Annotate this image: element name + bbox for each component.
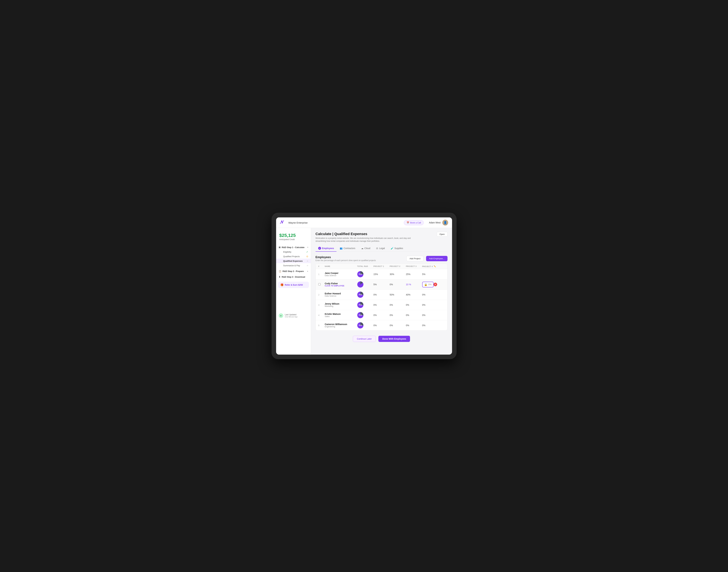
page-header: Calculate | Qualified Expenses Workcatio… — [316, 232, 448, 242]
app-header: 𝑵 Wayne Enterprise 📅 Book a Call Adam We… — [276, 217, 452, 228]
open-button[interactable]: Open — [437, 232, 448, 236]
p1-esther[interactable]: 0% — [374, 293, 390, 296]
p3-jenny[interactable]: 0% — [406, 304, 422, 306]
sidebar-item-qualified-projects[interactable]: Qualified Projects ⊙ — [276, 254, 311, 259]
table-row-esther: 2 Esther Howard Data Science 75% 0% 50% … — [316, 290, 448, 300]
col-name: NAME — [325, 265, 357, 267]
pie-chart: 75% — [357, 271, 363, 277]
calculator-icon: ⊞ — [279, 246, 280, 248]
employee-name-jenny: Jenny Wilson — [325, 302, 357, 305]
gift-icon: 🎁 — [280, 283, 284, 286]
employee-dept-jenny: Marketing — [325, 305, 357, 307]
pie-chart-cameron: 75% — [357, 322, 363, 329]
click-to-employee-label[interactable]: CLICK TO EMPLOYEE — [325, 285, 357, 287]
sidebar-item-eligibility[interactable]: Eligibility ✓ — [276, 249, 311, 254]
sidebar-item-qualified-expenses[interactable]: Qualified Expenses ○ — [276, 259, 311, 263]
company-name: Wayne Enterprise — [289, 221, 344, 224]
sidebar-item-summarize-pay[interactable]: Summarize & Pay ○ — [276, 263, 311, 268]
employee-dept-esther: Data Science — [325, 295, 357, 297]
employee-name-col-cody: Cody Fisher CLICK TO EMPLOYEE — [325, 282, 357, 287]
total-rd-cell: 75% — [357, 271, 374, 277]
project4-cell[interactable]: 5% — [422, 273, 440, 276]
edit-project4-icon[interactable]: ✏️ — [434, 265, 436, 267]
project1-cell-cody[interactable]: 5% — [374, 283, 390, 286]
p4-jenny[interactable]: 0% — [422, 304, 440, 306]
gray-badge2: ○ — [307, 264, 308, 267]
edit-active-cell[interactable]: 🔒 0% — [422, 282, 433, 287]
col-project4: PROJECT 4 ✏️ — [422, 265, 440, 267]
pie-chart-cody — [357, 281, 363, 288]
table-row-kristin: 4 Kristin Watson Sales 75% 0% 0% 0% 0% — [316, 310, 448, 320]
tab-contractors[interactable]: 👥 Contractors — [337, 245, 358, 252]
employee-name-col-jenny: Jenny Wilson Marketing — [325, 302, 357, 307]
clear-button[interactable]: ✕ — [433, 283, 437, 286]
row-checkbox[interactable] — [318, 283, 321, 285]
employee-name-col-kristin: Kristin Watson Sales — [325, 313, 357, 317]
employee-name-col-esther: Esther Howard Data Science — [325, 292, 357, 297]
device-frame: 𝑵 Wayne Enterprise 📅 Book a Call Adam We… — [271, 213, 457, 359]
pie-chart-kristin: 75% — [357, 312, 363, 318]
project2-cell-cody[interactable]: 0% — [390, 283, 406, 286]
sidebar-section-step1: ⊞ R&D Step 1 - Calculate ▾ Eligibility ✓… — [276, 245, 311, 268]
p3-cameron[interactable]: 0% — [406, 324, 422, 327]
tab-legal[interactable]: ⚖ Legal — [374, 245, 387, 252]
sidebar: $25,125 Anticipated Credit ⊞ R&D Step 1 … — [276, 228, 311, 355]
table-row: 1 Jane Cooper Data Science 75% 15% 30% 2… — [316, 269, 448, 279]
add-employee-button[interactable]: Add Employee... — [426, 256, 448, 261]
p2-kristin[interactable]: 0% — [390, 314, 406, 316]
total-rd-kristin: 75% — [357, 312, 374, 318]
table-row-cody: Cody Fisher CLICK TO EMPLOYEE 5% 0% 10 %… — [316, 279, 448, 290]
p3-kristin[interactable]: 0% — [406, 314, 422, 316]
book-call-button[interactable]: 📅 Book a Call — [404, 220, 424, 225]
project1-cell[interactable]: 15% — [374, 273, 390, 276]
employees-table: # NAME TOTAL R&D PROJECT 1 PROJECT 2 PRO… — [316, 264, 448, 331]
edit-input-value: 0% — [428, 283, 431, 286]
tab-employees[interactable]: ✓ Employees — [316, 245, 337, 252]
employee-dept: Data Science — [325, 274, 357, 277]
p2-cameron[interactable]: 0% — [390, 324, 406, 327]
row-num-cody — [318, 283, 325, 286]
device-screen: 𝑵 Wayne Enterprise 📅 Book a Call Adam We… — [276, 217, 452, 355]
p4-esther[interactable]: 0% — [422, 293, 440, 296]
p2-jenny[interactable]: 0% — [390, 304, 406, 306]
legal-icon: ⚖ — [376, 247, 378, 249]
sidebar-step2[interactable]: 📋 R&D Step 2 - Prepare ▸ — [276, 269, 311, 273]
p3-esther[interactable]: 40% — [406, 293, 422, 296]
tab-cloud[interactable]: ☁ Cloud — [358, 245, 373, 252]
total-rd-cameron: 75% — [357, 322, 374, 329]
col-total-rd: TOTAL R&D — [357, 265, 374, 267]
add-project-button[interactable]: Add Project — [406, 256, 423, 261]
credit-label: Anticipated Credit — [279, 238, 308, 240]
row-num-jenny: 3 — [318, 304, 325, 306]
p4-kristin[interactable]: 0% — [422, 314, 440, 316]
table-row-cameron: 5 Cameron Williamson Engineering 75% 0% … — [316, 320, 448, 331]
sidebar-step1[interactable]: ⊞ R&D Step 1 - Calculate ▾ — [276, 245, 311, 249]
sidebar-section-step2: 📋 R&D Step 2 - Prepare ▸ — [276, 269, 311, 273]
employee-name: Jane Cooper — [325, 272, 357, 274]
edit-lock-icon: 🔒 — [424, 283, 427, 286]
project3-cell-cody[interactable]: 10 % — [406, 283, 422, 286]
project2-cell[interactable]: 30% — [390, 273, 406, 276]
p1-jenny[interactable]: 0% — [374, 304, 390, 306]
p2-esther[interactable]: 50% — [390, 293, 406, 296]
employee-name-cody: Cody Fisher — [325, 282, 357, 285]
refer-box[interactable]: 🎁 Refer & Earn $250 — [278, 282, 309, 288]
sidebar-step3[interactable]: ⬇ R&D Step 3 - Download — [276, 275, 311, 279]
project3-cell[interactable]: 25% — [406, 273, 422, 276]
page-description: Workcation is a property rental website.… — [316, 237, 419, 242]
p1-kristin[interactable]: 0% — [374, 314, 390, 316]
continue-later-button[interactable]: Continue Later — [353, 336, 376, 342]
footer-actions: Continue Later Done With Employees — [316, 335, 448, 345]
tab-supplies[interactable]: 🧪 Supplies — [388, 245, 406, 252]
p4-cameron[interactable]: 0% — [422, 324, 440, 327]
tabs: ✓ Employees 👥 Contractors ☁ Cloud ⚖ Lega… — [316, 245, 448, 252]
refer-label: Refer & Earn $250 — [285, 284, 303, 286]
row-num-kristin: 4 — [318, 314, 325, 316]
done-with-employees-button[interactable]: Done With Employees — [378, 336, 410, 342]
row-num-esther: 2 — [318, 294, 325, 296]
user-area: Adam West 👤 — [429, 220, 448, 225]
employee-name-col-cameron: Cameron Williamson Engineering — [325, 323, 357, 328]
project4-cell-cody-edit: 🔒 0% ✕ — [422, 282, 440, 287]
p1-cameron[interactable]: 0% — [374, 324, 390, 327]
row-num-cameron: 5 — [318, 324, 325, 327]
